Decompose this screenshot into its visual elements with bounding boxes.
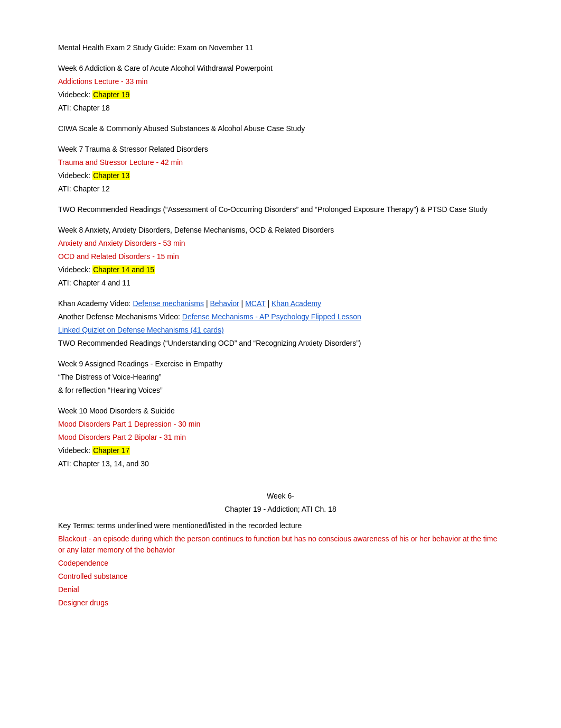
khan-section: Khan Academy Video: Defense mechanisms |… — [58, 298, 503, 349]
week7-section: Week 7 Trauma & Stressor Related Disorde… — [58, 144, 503, 195]
blackout-term: Blackout - an episode during which the p… — [58, 535, 497, 554]
ciwa-section: CIWA Scale & Commonly Abused Substances … — [58, 123, 503, 134]
week6-ati: ATI: Chapter 18 — [58, 103, 503, 114]
week7-header: Week 7 Trauma & Stressor Related Disorde… — [58, 144, 503, 155]
another-label: Another Defense Mechanisms Video: — [58, 312, 182, 321]
week10-videbeck-label: Videbeck: — [58, 446, 92, 455]
anxiety-lecture-link[interactable]: Anxiety and Anxiety Disorders - 53 min — [58, 239, 185, 247]
key-terms-section: Key Terms: terms underlined were mention… — [58, 520, 503, 609]
quizlet-link[interactable]: Linked Quizlet on Defense Mechanisms (41… — [58, 326, 224, 334]
trauma-lecture-link[interactable]: Trauma and Stressor Lecture - 42 min — [58, 158, 183, 167]
divider-line1: Week 6- — [58, 491, 503, 502]
another-defense-link[interactable]: Defense Mechanisms - AP Psychology Flipp… — [182, 312, 361, 321]
mood-bipolar-link[interactable]: Mood Disorders Part 2 Bipolar - 31 min — [58, 433, 186, 441]
week8-videbeck-label: Videbeck: — [58, 265, 92, 274]
ocd-lecture-link[interactable]: OCD and Related Disorders - 15 min — [58, 252, 179, 261]
week9-line2: & for reflection “Hearing Voices” — [58, 385, 503, 396]
codependence-term: Codependence — [58, 559, 108, 567]
designer-drugs-term: Designer drugs — [58, 598, 108, 607]
key-terms-header: Key Terms: terms underlined were mention… — [58, 520, 503, 531]
week9-header: Week 9 Assigned Readings - Exercise in E… — [58, 358, 503, 370]
mood-depression-link[interactable]: Mood Disorders Part 1 Depression - 30 mi… — [58, 420, 200, 428]
addictions-lecture-link[interactable]: Addictions Lecture - 33 min — [58, 77, 148, 86]
week7-readings: TWO Recommended Readings (“Assessment of… — [58, 204, 503, 215]
week10-section: Week 10 Mood Disorders & Suicide Mood Di… — [58, 406, 503, 469]
week6-section: Week 6 Addiction & Care of Acute Alcohol… — [58, 63, 503, 114]
week7-ati: ATI: Chapter 12 — [58, 183, 503, 195]
week10-videbeck-chapter: Chapter 17 — [92, 446, 130, 455]
week7-videbeck-chapter: Chapter 13 — [92, 171, 130, 180]
week7-videbeck-label: Videbeck: — [58, 171, 92, 180]
khan-label: Khan Academy Video: — [58, 299, 133, 308]
week8-section: Week 8 Anxiety, Anxiety Disorders, Defen… — [58, 225, 503, 289]
controlled-substance-term: Controlled substance — [58, 572, 128, 580]
week6-videbeck-chapter: Chapter 19 — [92, 90, 130, 99]
khan-link-behavior[interactable]: Behavior — [210, 299, 239, 308]
week6-header: Week 6 Addiction & Care of Acute Alcohol… — [58, 63, 503, 74]
week6-videbeck-label: Videbeck: — [58, 90, 92, 99]
divider-line2: Chapter 19 - Addiction; ATI Ch. 18 — [58, 504, 503, 515]
denial-term: Denial — [58, 585, 79, 594]
week8-header: Week 8 Anxiety, Anxiety Disorders, Defen… — [58, 225, 503, 236]
page-title: Mental Health Exam 2 Study Guide: Exam o… — [58, 42, 503, 53]
week8-videbeck-chapter: Chapter 14 and 15 — [92, 265, 155, 274]
divider-section: Week 6- Chapter 19 - Addiction; ATI Ch. … — [58, 491, 503, 515]
week10-ati: ATI: Chapter 13, 14, and 30 — [58, 458, 503, 469]
week9-section: Week 9 Assigned Readings - Exercise in E… — [58, 358, 503, 396]
ciwa-text: CIWA Scale & Commonly Abused Substances … — [58, 123, 503, 134]
week8-readings: TWO Recommended Readings (“Understanding… — [58, 338, 503, 349]
week8-ati: ATI: Chapter 4 and 11 — [58, 278, 503, 289]
khan-link-academy[interactable]: Khan Academy — [272, 299, 321, 308]
khan-sep2: | — [239, 299, 245, 308]
page-title-section: Mental Health Exam 2 Study Guide: Exam o… — [58, 42, 503, 53]
week10-header: Week 10 Mood Disorders & Suicide — [58, 406, 503, 417]
khan-link-defense[interactable]: Defense mechanisms — [133, 299, 204, 308]
week9-line1: “The Distress of Voice-Hearing” — [58, 372, 503, 383]
week7-readings-section: TWO Recommended Readings (“Assessment of… — [58, 204, 503, 215]
khan-link-mcat[interactable]: MCAT — [245, 299, 265, 308]
khan-sep3: | — [266, 299, 272, 308]
khan-sep1: | — [204, 299, 210, 308]
